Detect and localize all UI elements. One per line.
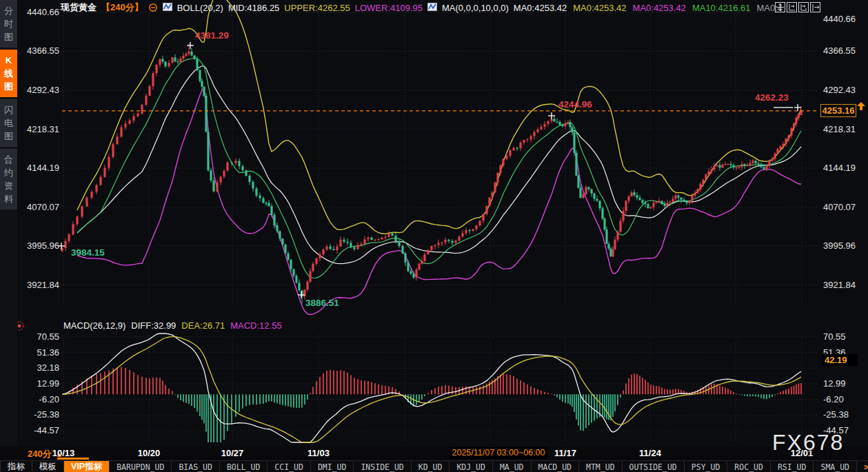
toolbar-item->>[interactable]: >>	[857, 461, 868, 472]
price-axis-label-left: 4440.66	[21, 7, 59, 18]
toolbar-item-DMI_UD[interactable]: DMI_UD	[311, 461, 354, 472]
toolbar-item--[interactable]: 指标	[1, 461, 32, 472]
sidebar-tab-分时图[interactable]: 分时图	[0, 0, 17, 48]
selected-candle-time: 2025/11/07 03:00~06:00 五	[450, 447, 547, 459]
date-label: 11/24	[626, 448, 674, 458]
toolbar-item-MA_UD[interactable]: MA_UD	[493, 461, 532, 472]
price-axis-label-right: -6.20	[823, 394, 866, 405]
trading-terminal: 分时图K线图闪电图合约资料 现货黄金 【240分】 BOLL(20,2) MID…	[0, 0, 868, 472]
ma-values: MA0:4253.42MA0:4253.42MA0:4253.42MA10:42…	[514, 3, 783, 13]
extreme-price-label: 4244.96	[558, 99, 592, 110]
price-axis-label-right: -25.38	[823, 409, 866, 420]
macd-label: MACD(26,12,9)	[63, 320, 125, 331]
toolbar-item-BIAS_UD[interactable]: BIAS_UD	[172, 461, 219, 472]
macd-macd-value: MACD:12.55	[230, 320, 281, 331]
price-axis-label-left: 70.55	[21, 331, 59, 342]
watermark: FX678	[772, 430, 844, 455]
sidebar-tab-合约资料[interactable]: 合约资料	[0, 149, 17, 209]
toolbar-item-OUTSIDE_UD[interactable]: OUTSIDE_UD	[623, 461, 685, 472]
price-axis-label-left: -25.38	[21, 409, 59, 420]
price-axis-label-left: 32.18	[21, 362, 59, 373]
price-axis-label-left: -44.57	[21, 425, 59, 436]
boll-upper-value: UPPER:4262.55	[284, 3, 350, 13]
toolbar-item-VIP-[interactable]: VIP指标	[64, 461, 110, 472]
price-axis-label-left: 4144.19	[21, 163, 59, 174]
price-axis-label-left: 4366.55	[21, 45, 59, 57]
price-axis-label-right: 4366.55	[823, 45, 866, 57]
toolbar-item--[interactable]: 模板	[32, 461, 64, 472]
price-axis-label-left: 3995.96	[21, 240, 59, 252]
indicator-header: 现货黄金 【240分】 BOLL(20,2) MID:4186.25 UPPER…	[61, 0, 783, 15]
last-price-badge: 4253.16	[820, 104, 856, 117]
scale-x-axis-icon[interactable]	[798, 2, 809, 12]
price-axis-label-right: 12.99	[823, 378, 866, 389]
price-axis-label-left: 4218.31	[21, 124, 59, 135]
boll-indicator-icon[interactable]	[163, 3, 172, 13]
ma-value: MA0:4253.42	[633, 3, 686, 13]
price-axis-label-left: 4292.43	[21, 85, 59, 96]
date-axis-row: 240分▲ 10/1310/2010/2711/0311/1711/2412/0…	[0, 447, 868, 460]
timeframe-label[interactable]: 【240分】	[101, 1, 143, 14]
toolbar-item-RSI_UD[interactable]: RSI_UD	[771, 461, 814, 472]
toolbar-item-KDJ_UD[interactable]: KDJ_UD	[450, 461, 493, 472]
extreme-price-label: 4381.29	[195, 30, 229, 41]
price-axis-label-right: 4292.43	[823, 85, 866, 96]
date-label: 11/03	[294, 448, 343, 458]
toolbar-item-BARUPDN_UD[interactable]: BARUPDN_UD	[110, 461, 172, 472]
sidebar-tab-K线图[interactable]: K线图	[0, 50, 17, 97]
price-axis-label-left: 51.36	[21, 347, 59, 358]
scrollbar-thumb[interactable]	[57, 458, 89, 460]
boll-mid-value: MID:4186.25	[228, 3, 279, 13]
macd-value-badge: 42.19	[822, 354, 858, 366]
toolbar-item-INSIDE_UD[interactable]: INSIDE_UD	[354, 461, 411, 472]
date-label: 10/20	[125, 448, 173, 458]
scale-y-axis-icon[interactable]	[787, 2, 797, 12]
price-axis-label-right: 3995.96	[823, 240, 866, 252]
toolbar-item-CCI_UD[interactable]: CCI_UD	[268, 461, 311, 472]
indicator-toolbar: 指标模板VIP指标BARUPDN_UDBIAS_UDBOLL_UDCCI_UDD…	[0, 460, 868, 472]
extreme-price-label: 4262.23	[755, 92, 789, 103]
extreme-price-label: 3984.15	[71, 247, 105, 258]
ma-label: MA(0,0,0,10,0,0)	[442, 3, 509, 13]
macd-dea-value: DEA:26.71	[181, 320, 225, 331]
ma-value: MA0:4253.42	[573, 3, 626, 13]
toolbar-item-PSY_UD[interactable]: PSY_UD	[685, 461, 728, 472]
price-up-arrow-icon	[857, 101, 865, 114]
date-label: 10/13	[39, 448, 88, 458]
toolbar-item-MTM_UD[interactable]: MTM_UD	[579, 461, 623, 472]
boll-lower-value: LOWER:4109.95	[355, 3, 423, 13]
move-crosshair-icon[interactable]	[775, 2, 785, 12]
price-axis-label-right: 70.55	[823, 331, 866, 342]
price-axis-label-right: 3921.84	[823, 280, 866, 291]
chart-type-sidebar: 分时图K线图闪电图合约资料	[0, 0, 17, 447]
price-axis-label-right: 4440.66	[823, 14, 866, 25]
date-label: 11/17	[541, 448, 589, 458]
boll-label: BOLL(20,2)	[177, 3, 223, 13]
ma-indicator-icon[interactable]	[427, 3, 437, 13]
chart-controls	[775, 2, 820, 12]
pan-right-icon[interactable]	[810, 2, 820, 12]
collapse-indicator-icon[interactable]	[148, 2, 158, 14]
price-axis-label-right: 4070.07	[823, 202, 866, 213]
price-axis-label-left: 4070.07	[21, 202, 59, 213]
toolbar-item-BOLL_UD[interactable]: BOLL_UD	[220, 461, 268, 472]
ma-value: MA0:4253.42	[514, 3, 567, 13]
toolbar-item-SMA_UD[interactable]: SMA_UD	[814, 461, 857, 472]
price-axis-label-left: -6.20	[21, 394, 59, 405]
extreme-price-label: 3886.51	[305, 298, 339, 308]
toolbar-item-ROC_UD[interactable]: ROC_UD	[727, 461, 771, 472]
date-label: 10/27	[208, 448, 256, 458]
kline-chart-canvas[interactable]	[0, 0, 868, 472]
macd-header: MACD(26,12,9) DIFF:32.99 DEA:26.71 MACD:…	[63, 320, 282, 331]
price-axis-label-left: 12.99	[21, 378, 59, 389]
symbol-name: 现货黄金	[61, 1, 97, 14]
sidebar-tab-闪电图[interactable]: 闪电图	[0, 99, 17, 147]
price-axis-label-right: 4218.31	[823, 124, 866, 135]
price-axis-label-right: 4144.19	[823, 163, 866, 174]
macd-diff-value: DIFF:32.99	[131, 320, 176, 331]
ma-value: MA10:4216.61	[692, 3, 751, 13]
price-axis-label-left: 3921.84	[21, 280, 59, 291]
toolbar-item-KD_UD[interactable]: KD_UD	[412, 461, 450, 472]
toolbar-item-MACD_UD[interactable]: MACD_UD	[532, 461, 579, 472]
